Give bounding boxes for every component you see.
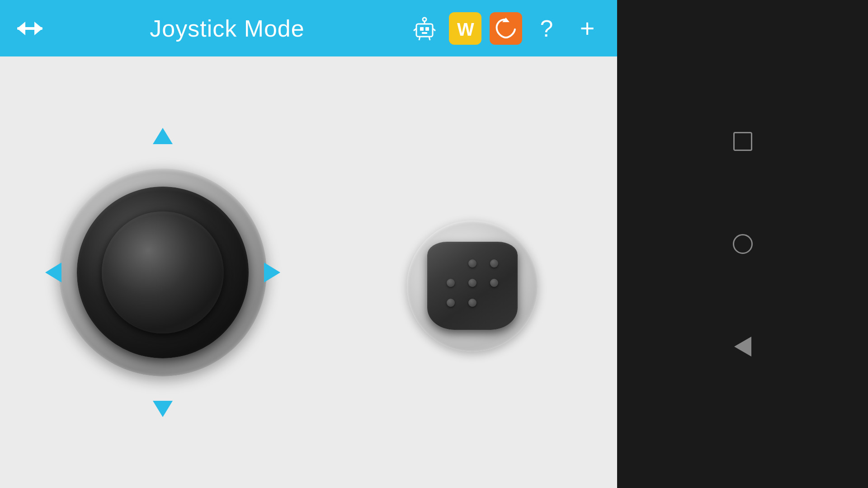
recent-apps-icon — [733, 132, 752, 151]
dot — [468, 279, 476, 287]
joystick-area — [45, 114, 280, 431]
back-icon — [734, 337, 751, 357]
svg-text:W: W — [457, 19, 474, 39]
joystick-left-arrow[interactable] — [45, 263, 61, 282]
dpad-shape — [427, 242, 518, 330]
dpad-area — [407, 221, 538, 352]
dot — [490, 259, 498, 267]
dot-empty — [447, 259, 455, 267]
android-nav-bar — [617, 0, 868, 488]
dot — [447, 299, 455, 307]
dot — [468, 259, 476, 267]
question-mark: ? — [540, 15, 553, 42]
svg-rect-6 — [425, 27, 429, 31]
back-button[interactable] — [14, 12, 46, 45]
yellow-icon[interactable]: W — [449, 12, 481, 45]
joystick-inner — [77, 187, 249, 358]
joystick-control[interactable] — [59, 169, 267, 376]
content-area — [0, 56, 617, 488]
nav-back-button[interactable] — [729, 333, 756, 360]
dpad-control[interactable] — [407, 221, 538, 352]
nav-home-button[interactable] — [729, 230, 756, 258]
svg-rect-5 — [420, 27, 424, 31]
home-icon — [733, 234, 753, 254]
orange-icon[interactable] — [490, 12, 522, 45]
help-icon[interactable]: ? — [530, 12, 563, 45]
header: Joystick Mode — [0, 0, 617, 56]
dot — [468, 299, 476, 307]
joystick-center — [102, 211, 224, 333]
page-title: Joystick Mode — [46, 15, 408, 42]
svg-rect-7 — [422, 32, 427, 34]
plus-icon: + — [580, 14, 595, 43]
dpad-button — [423, 239, 522, 333]
robot-icon[interactable] — [408, 12, 441, 45]
nav-recent-button[interactable] — [729, 128, 756, 155]
dpad-dots — [427, 242, 518, 330]
dot — [490, 279, 498, 287]
add-icon[interactable]: + — [571, 12, 604, 45]
svg-point-9 — [423, 18, 426, 21]
joystick-up-arrow[interactable] — [153, 128, 173, 144]
dot-empty — [490, 299, 498, 307]
joystick-down-arrow[interactable] — [153, 401, 173, 417]
svg-line-13 — [429, 37, 430, 40]
dot — [447, 279, 455, 287]
svg-rect-4 — [416, 24, 433, 37]
svg-rect-3 — [26, 27, 42, 30]
joystick-right-arrow[interactable] — [264, 263, 280, 282]
svg-line-12 — [419, 37, 420, 40]
header-icons: W ? + — [408, 12, 604, 45]
